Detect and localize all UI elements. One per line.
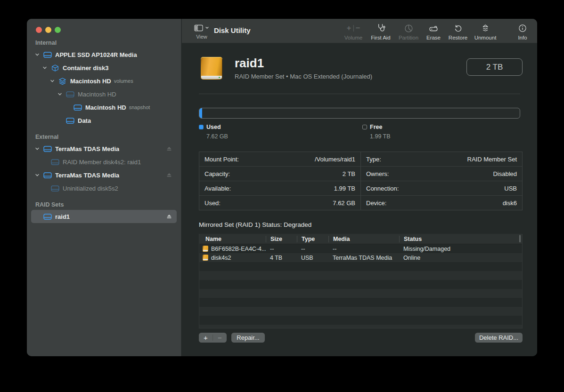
- chevron-down-icon[interactable]: [33, 146, 41, 151]
- toolbar-info-button[interactable]: Info: [518, 23, 527, 40]
- toolbar-erase-button[interactable]: Erase: [426, 23, 441, 40]
- erase-drive-icon: [428, 23, 439, 33]
- chevron-down-icon[interactable]: [33, 173, 41, 177]
- drive-icon: [65, 91, 74, 97]
- sidebar-section-external: External: [27, 134, 181, 142]
- sidebar-item-apple-ssd[interactable]: APPLE SSD AP1024R Media: [31, 48, 177, 61]
- column-header-status[interactable]: Status: [399, 236, 522, 242]
- capacity-badge: 2 TB: [466, 58, 523, 76]
- info-circle-icon: [518, 23, 527, 33]
- table-row[interactable]: B6F6582B-EA4C-4... -- -- -- Missing/Dama…: [199, 244, 522, 253]
- sidebar-item-macintosh-hd-volumes[interactable]: Macintosh HD volumes: [31, 74, 177, 88]
- sidebar-item-label: TerraMas TDAS Media: [55, 172, 119, 179]
- app-title: Disk Utility: [214, 26, 251, 34]
- drive-icon: [50, 185, 59, 192]
- sidebar-item-suffix: volumes: [114, 78, 133, 84]
- chevron-down-icon[interactable]: [41, 65, 49, 70]
- member-status: Missing/Damaged: [399, 246, 522, 252]
- sidebar-section-internal: Internal: [27, 40, 181, 48]
- sidebar-item-label: raid1: [55, 213, 70, 220]
- member-size: --: [266, 246, 297, 252]
- sidebar-item-macintosh-hd[interactable]: Macintosh HD: [31, 88, 177, 101]
- mini-drive-icon: [203, 255, 208, 261]
- toolbar-unmount-button[interactable]: Unmount: [474, 23, 497, 40]
- volume-plus-minus-icon: +−: [347, 23, 360, 33]
- toolbar: View Disk Utility +− Volume First Aid Pa…: [182, 19, 537, 43]
- empty-row: [199, 271, 522, 280]
- column-header-name[interactable]: Name: [199, 236, 266, 242]
- used-value: 7.62 GB: [206, 133, 228, 140]
- eject-icon[interactable]: [166, 214, 172, 219]
- legend-used: Used: [199, 124, 221, 130]
- chevron-down-icon[interactable]: [56, 92, 64, 96]
- detail-used: Used:7.62 GB: [199, 195, 360, 210]
- usage-bar: [199, 108, 520, 119]
- volume-title: raid1: [235, 56, 264, 71]
- chevron-down-icon[interactable]: [49, 79, 56, 83]
- close-button[interactable]: [36, 27, 42, 33]
- raid-members-table: Name Size Type Media Status B6F6582B-EA4…: [199, 234, 523, 328]
- window-controls: [36, 27, 61, 33]
- detail-capacity: Capacity:2 TB: [199, 166, 360, 181]
- sidebar-item-macintosh-hd-snapshot[interactable]: Macintosh HD snapshot: [31, 101, 177, 114]
- toolbar-first-aid-button[interactable]: First Aid: [371, 23, 391, 40]
- sidebar-item-data[interactable]: Data: [31, 114, 177, 127]
- container-icon: [50, 64, 59, 72]
- sidebar-item-raid-member-disk4s2[interactable]: RAID Member disk4s2: raid1: [31, 155, 177, 168]
- sidebar-item-uninitialized-disk5s2[interactable]: Uninitialized disk5s2: [31, 182, 177, 195]
- detail-device: Device:disk6: [361, 195, 522, 210]
- remove-member-button[interactable]: −: [213, 333, 227, 342]
- member-media: --: [328, 246, 399, 252]
- disk-utility-window: Internal APPLE SSD AP1024R Media Contain…: [27, 19, 537, 356]
- minimize-button[interactable]: [45, 27, 51, 33]
- volume-subtitle: RAID Member Set • Mac OS Extended (Journ…: [235, 73, 372, 80]
- column-header-media[interactable]: Media: [328, 236, 399, 242]
- sidebar-item-label: Container disk3: [63, 64, 109, 72]
- member-size: 4 TB: [266, 255, 297, 261]
- toolbar-volume-button[interactable]: +− Volume: [344, 23, 362, 40]
- empty-row: [199, 289, 522, 298]
- eject-icon[interactable]: [166, 146, 172, 152]
- drive-icon: [43, 52, 52, 58]
- used-swatch: [199, 125, 204, 129]
- detail-mount-point: Mount Point:/Volumes/raid1: [199, 152, 360, 166]
- chevron-down-icon: [205, 26, 209, 30]
- volumes-layers-icon: [58, 78, 67, 85]
- empty-row: [199, 280, 522, 289]
- toolbar-partition-button[interactable]: Partition: [399, 23, 418, 40]
- sidebar-list: Internal APPLE SSD AP1024R Media Contain…: [27, 40, 181, 223]
- drive-icon: [50, 159, 59, 165]
- sidebar-item-container-disk3[interactable]: Container disk3: [31, 61, 177, 74]
- sidebar-item-label: TerraMas TDAS Media: [55, 145, 119, 152]
- scrollbar-thumb[interactable]: [519, 235, 521, 242]
- repair-button[interactable]: Repair...: [231, 333, 265, 343]
- partition-pie-icon: [404, 23, 414, 33]
- table-header: Name Size Type Media Status: [199, 234, 522, 244]
- detail-owners: Owners:Disabled: [361, 166, 522, 181]
- sidebar-item-terramas-1[interactable]: TerraMas TDAS Media: [31, 142, 177, 155]
- eject-icon[interactable]: [166, 173, 172, 178]
- detail-connection: Connection:USB: [361, 181, 522, 195]
- empty-row: [199, 307, 522, 316]
- details-table: Mount Point:/Volumes/raid1 Capacity:2 TB…: [199, 152, 523, 210]
- chevron-down-icon[interactable]: [33, 52, 41, 57]
- toolbar-restore-button[interactable]: Restore: [449, 23, 467, 40]
- legend-free: Free: [362, 124, 382, 130]
- sidebar-item-terramas-2[interactable]: TerraMas TDAS Media: [31, 168, 177, 182]
- delete-raid-button[interactable]: Delete RAID...: [475, 333, 523, 343]
- raid-status-title: Mirrored Set (RAID 1) Status: Degraded: [199, 221, 311, 228]
- sidebar-item-suffix: snapshot: [129, 104, 150, 110]
- column-header-type[interactable]: Type: [297, 236, 328, 242]
- view-button[interactable]: View: [191, 24, 212, 40]
- sidebar-item-raid1[interactable]: raid1: [31, 210, 177, 223]
- add-member-button[interactable]: +: [199, 333, 213, 342]
- member-type: --: [297, 246, 328, 252]
- drive-icon: [65, 118, 74, 124]
- column-header-size[interactable]: Size: [266, 236, 297, 242]
- unmount-eject-icon: [480, 23, 490, 33]
- divider: [199, 94, 520, 94]
- table-row[interactable]: disk4s2 4 TB USB TerraMas TDAS Media Onl…: [199, 253, 522, 262]
- free-value: 1.99 TB: [370, 133, 391, 140]
- zoom-button[interactable]: [55, 27, 61, 33]
- usage-bar-used-segment: [199, 108, 202, 118]
